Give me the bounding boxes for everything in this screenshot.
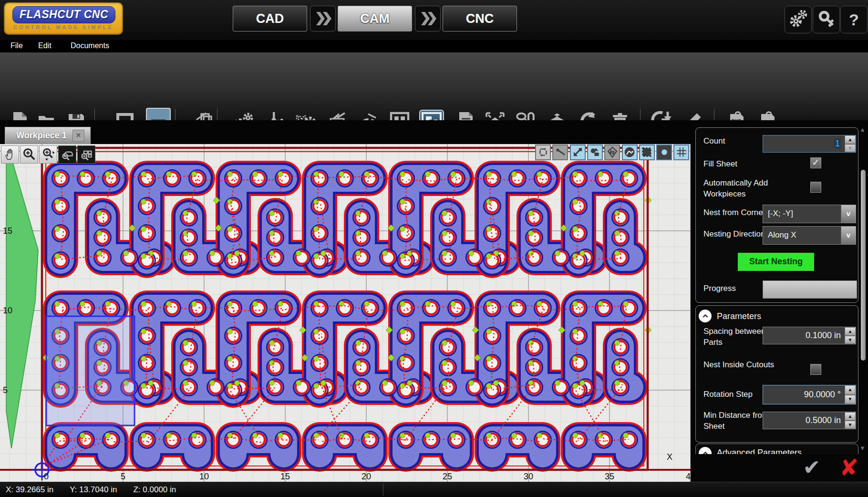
logo-pill: FLASHCUT CNC (12, 6, 115, 23)
menu-documents[interactable]: Documents (71, 40, 109, 52)
rotation-up-icon[interactable]: ▲ (845, 385, 856, 395)
kerf-line-toggle[interactable] (552, 145, 568, 160)
count-up-icon[interactable]: ▲ (845, 135, 856, 144)
spacing-value: 0.1000 in (763, 327, 845, 344)
menu-file[interactable]: File (10, 40, 23, 52)
shape-fill-toggle[interactable] (587, 145, 603, 160)
svg-text:10: 10 (3, 306, 12, 315)
svg-text:25: 25 (443, 472, 452, 481)
nesting-canvas[interactable]: 051015202530354015105X (0, 144, 691, 482)
zoom-sheet-button[interactable] (77, 145, 95, 164)
license-key-icon (817, 9, 836, 30)
zoom-shape-icon (60, 155, 74, 163)
nesting-panel: Count 1 ▲▼ Fill Sheet ✓ Automatically Ad… (692, 120, 868, 482)
pierce-dot-toggle[interactable] (656, 145, 672, 160)
rotation-down-icon[interactable]: ▼ (845, 395, 856, 404)
cad-to-cam-chevron-icon (310, 6, 336, 31)
spacing-down-icon[interactable]: ▼ (845, 336, 856, 344)
nest-direction-label: Nesting Direction (703, 229, 765, 239)
progress-bar (763, 280, 857, 299)
rotation-step-value: 90.0000 ° (763, 385, 845, 404)
fill-sheet-checkbox[interactable]: ✓ (810, 157, 821, 168)
svg-text:15: 15 (280, 472, 290, 481)
help-icon: ? (849, 10, 859, 29)
zoom-shape-button[interactable] (58, 145, 76, 164)
nest-direction-dropdown[interactable]: Along X v (763, 226, 856, 245)
cam-to-cnc-chevron-icon (415, 6, 441, 31)
nesting-options-box: Count 1 ▲▼ Fill Sheet ✓ Automatically Ad… (695, 127, 858, 303)
corner-arrow-toggle[interactable] (570, 145, 586, 160)
selection-box-icon (641, 153, 653, 160)
cycle-order-toggle[interactable] (535, 145, 551, 160)
svg-text:0: 0 (44, 472, 49, 481)
traverse-arrow-icon (623, 153, 636, 160)
min-distance-spinner[interactable]: 0.5000 in ▲▼ (763, 412, 856, 429)
nest-direction-value: Along X (763, 227, 841, 244)
panel-footer: ✔ ✘ (692, 454, 859, 482)
zoom-menu-button[interactable] (39, 145, 57, 164)
svg-text:15: 15 (3, 226, 12, 236)
flashcut-logo: FLASHCUT CNC CONTROL MADE SIMPLE (4, 2, 123, 35)
cad-mode-button[interactable]: CAD (233, 6, 307, 31)
nest-corner-value: [-X; -Y] (763, 205, 841, 223)
settings-button[interactable] (785, 6, 812, 33)
status-y-coordinate: Y: 13.7040 in (70, 485, 117, 495)
selection-box-toggle[interactable] (639, 145, 655, 160)
tab-close-icon[interactable]: × (72, 130, 84, 142)
min-distance-down-icon[interactable]: ▼ (845, 421, 856, 429)
cancel-x-button[interactable]: ✘ (835, 454, 863, 480)
progress-label: Progress (703, 284, 736, 293)
count-value: 1 (763, 135, 845, 152)
nest-scene[interactable]: 051015202530354015105X (0, 144, 691, 482)
svg-text:35: 35 (605, 472, 614, 481)
grid-lines-toggle[interactable] (673, 145, 689, 160)
license-button[interactable] (813, 6, 840, 33)
spacing-spinner[interactable]: 0.1000 in ▲▼ (763, 327, 856, 344)
count-spinner[interactable]: 1 ▲▼ (763, 135, 856, 153)
part-numbers-icon (606, 153, 619, 160)
scroll-down-icon[interactable]: ▼ (859, 445, 866, 452)
svg-text:X: X (667, 452, 672, 462)
zoom-menu-icon (41, 155, 55, 163)
min-distance-up-icon[interactable]: ▲ (845, 412, 856, 421)
title-bar: FLASHCUT CNC CONTROL MADE SIMPLE CAD CAM… (0, 0, 868, 40)
cnc-mode-button[interactable]: CNC (443, 6, 517, 31)
nest-inside-label: Nest Inside Cutouts (703, 359, 775, 370)
start-nesting-button[interactable]: Start Nesting (738, 253, 814, 271)
apply-check-button[interactable]: ✔ (797, 455, 826, 480)
parameters-header: Parameters (717, 311, 761, 321)
logo-title: FLASHCUT CNC (13, 8, 115, 21)
status-x-coordinate: X: 39.2665 in (6, 485, 53, 495)
help-button[interactable]: ? (840, 6, 868, 33)
count-label: Count (703, 136, 725, 146)
nest-inside-checkbox[interactable] (810, 364, 821, 375)
spacing-up-icon[interactable]: ▲ (845, 327, 856, 336)
scroll-thumb[interactable] (861, 170, 866, 361)
status-z-coordinate: Z: 0.0000 in (133, 485, 176, 495)
cam-mode-button[interactable]: CAM (338, 6, 412, 31)
pierce-dot-icon (658, 153, 671, 160)
selected-part-box[interactable] (46, 316, 134, 425)
part-numbers-toggle[interactable] (604, 145, 620, 160)
scrap-remnant (6, 156, 38, 448)
cycle-order-icon (537, 153, 549, 160)
grid-lines-icon (675, 153, 688, 160)
rotation-step-spinner[interactable]: 90.0000 ° ▲▼ (763, 385, 856, 404)
zoom-in-button[interactable] (20, 145, 38, 164)
fill-sheet-label: Fill Sheet (703, 159, 737, 169)
corner-arrow-icon (571, 153, 584, 160)
panel-scrollbar[interactable]: ▲ ▼ (859, 126, 867, 453)
logo-subtitle: CONTROL MADE SIMPLE (4, 24, 123, 30)
shape-fill-icon (589, 153, 601, 160)
pan-hand-button[interactable] (1, 145, 19, 164)
auto-add-checkbox[interactable] (810, 182, 821, 193)
count-down-icon[interactable]: ▼ (845, 144, 856, 153)
traverse-arrow-toggle[interactable] (622, 145, 638, 160)
nest-corner-dropdown[interactable]: [-X; -Y] v (763, 205, 856, 223)
menu-edit[interactable]: Edit (38, 40, 52, 52)
min-distance-value: 0.5000 in (763, 412, 845, 429)
statusbar-divider (383, 484, 383, 496)
parameters-collapse-button[interactable] (699, 310, 712, 322)
scroll-up-icon[interactable]: ▲ (859, 126, 866, 133)
parameters-box: Parameters Spacing between Parts 0.1000 … (695, 305, 858, 443)
